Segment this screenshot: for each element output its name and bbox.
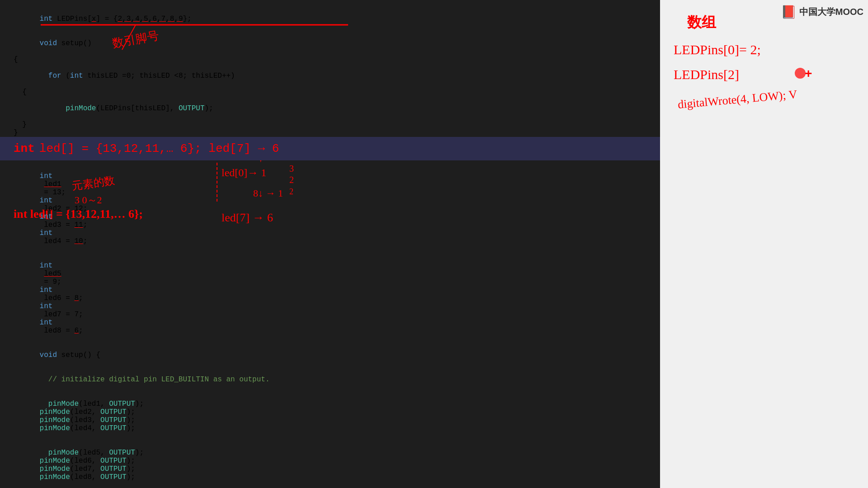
svg-text:+: + — [805, 66, 812, 80]
sidebar-annotation-svg: 数组 LEDPins[0]= 2; LEDPins[2] + digitalWr… — [660, 0, 868, 488]
code-line-2: void setup() — [14, 31, 646, 56]
keyword-for: for — [48, 72, 61, 80]
code-line-void-setup: void setup() { — [14, 343, 646, 367]
sidebar-panel: 📕 中国大学MOOC 数组 LEDPins[0]= 2; LEDPins[2] … — [660, 0, 868, 488]
code-line-led5: int led5 = 9; int led6 = 8; int led7 = 7… — [14, 253, 646, 343]
svg-text:数组: 数组 — [687, 14, 717, 30]
code-line-6: pinMode(LEDPins[thisLED], OUTPUT); — [14, 96, 646, 121]
bottom-code-block: int led1 = 13; int led2 = 12; int led3 =… — [0, 160, 660, 488]
svg-text:LEDPins[2]: LEDPins[2] — [674, 67, 739, 82]
code-line-4: for (int thisLED =0; thisLED <8; thisLED… — [14, 64, 646, 88]
keyword-int-1: int — [40, 15, 53, 23]
code-line-3: { — [14, 56, 646, 64]
code-line-1: int LEDPins[x] = {2,3,4,5,6,7,8,9}; — [14, 7, 646, 31]
code-line-8: } — [14, 129, 646, 137]
keyword-void-1: void — [40, 39, 57, 47]
top-code-block: int LEDPins[x] = {2,3,4,5,6,7,8,9}; void… — [0, 0, 660, 137]
fn-pinmode: pinMode — [66, 104, 96, 113]
const-output: OUTPUT — [179, 104, 205, 113]
code-line-7: } — [14, 121, 646, 129]
int-keyword-highlight: int — [14, 142, 35, 155]
svg-text:LEDPins[0]= 2;: LEDPins[0]= 2; — [674, 42, 761, 57]
led-array-annotation: led[] = {13,12,11,… 6}; led[7] → 6 — [39, 142, 279, 155]
main-code-panel: int LEDPins[x] = {2,3,4,5,6,7,8,9}; void… — [0, 0, 660, 488]
svg-text:digitalWrote(4, LOW);  V: digitalWrote(4, LOW); V — [677, 88, 798, 111]
svg-point-17 — [795, 68, 806, 79]
keyword-int-2: int — [70, 72, 83, 80]
code-line-pinmode1: pinMode(led1, OUTPUT); pinMode(led2, OUT… — [14, 392, 646, 441]
code-line-5: { — [14, 88, 646, 96]
code-line-led1: int led1 = 13; int led2 = 12; int led3 =… — [14, 164, 646, 253]
code-line-pinmode2: pinMode(led5, OUTPUT); pinMode(led6, OUT… — [14, 441, 646, 488]
code-line-comment: // initialize digital pin LED_BUILTIN as… — [14, 367, 646, 392]
highlight-bar: int led[] = {13,12,11,… 6}; led[7] → 6 — [0, 137, 660, 160]
